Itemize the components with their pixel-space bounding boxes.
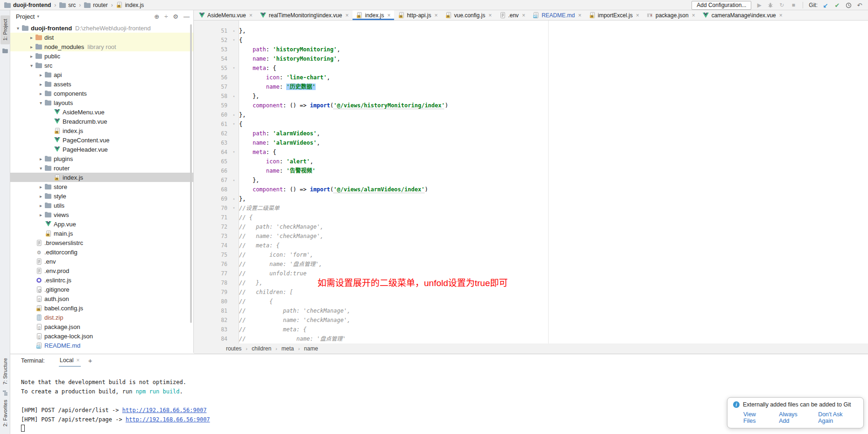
breadcrumb-item[interactable]: routes bbox=[226, 345, 241, 352]
chevron-icon[interactable]: ▸ bbox=[28, 54, 35, 59]
tree-row[interactable]: ▸.eslintrc.js bbox=[10, 275, 193, 285]
chevron-icon[interactable]: ▸ bbox=[37, 184, 45, 189]
tree-scrollbar[interactable] bbox=[190, 24, 192, 323]
tree-row[interactable]: ▸JSbabel.config.js bbox=[10, 303, 193, 313]
chevron-icon[interactable]: ▾ bbox=[14, 26, 22, 31]
close-icon[interactable]: × bbox=[692, 12, 695, 19]
hide-panel-icon[interactable]: — bbox=[183, 14, 190, 20]
tree-row[interactable]: ▸style bbox=[10, 191, 193, 201]
tree-row[interactable]: ▸MDREADME.md bbox=[10, 341, 193, 350]
close-icon[interactable]: × bbox=[578, 12, 581, 19]
chevron-icon[interactable]: ▸ bbox=[37, 156, 45, 161]
tree-row[interactable]: ▸{}package-lock.json bbox=[10, 331, 193, 341]
collapse-all-icon[interactable]: ÷ bbox=[164, 14, 168, 20]
tree-row[interactable]: ▸{}package.json bbox=[10, 322, 193, 331]
tree-row[interactable]: ▸.gitignore bbox=[10, 285, 193, 294]
editor-tab[interactable]: package.json× bbox=[643, 10, 699, 20]
close-icon[interactable]: × bbox=[522, 12, 525, 19]
breadcrumb-item[interactable]: duoji-frontend bbox=[4, 2, 51, 8]
coverage-icon[interactable]: ↻ bbox=[778, 2, 785, 8]
close-icon[interactable]: × bbox=[249, 12, 253, 19]
debug-icon[interactable] bbox=[767, 2, 774, 8]
gear-icon[interactable]: ⚙ bbox=[173, 14, 178, 20]
locate-file-icon[interactable]: ⊕ bbox=[154, 14, 159, 20]
fold-icon[interactable]: ▴ bbox=[230, 26, 238, 35]
tree-row[interactable]: ▸dist.zip bbox=[10, 313, 193, 322]
chevron-icon[interactable]: ▸ bbox=[37, 72, 45, 77]
terminal-link[interactable]: http://192.168.66.56:9007 bbox=[122, 407, 207, 413]
editor-tab[interactable]: MDREADME.md× bbox=[529, 10, 585, 20]
fold-icon[interactable]: ▾ bbox=[230, 63, 238, 73]
project-tool-button[interactable]: 1: Project bbox=[0, 15, 10, 44]
tree-row[interactable]: ▾src bbox=[10, 61, 193, 70]
notification-action[interactable]: View Files bbox=[743, 411, 769, 424]
terminal-tab-local[interactable]: Local × bbox=[59, 354, 81, 367]
editor-tab[interactable]: JSindex.js× bbox=[353, 10, 395, 20]
tree-row[interactable]: ▸dist bbox=[10, 33, 193, 42]
breadcrumb-item[interactable]: name bbox=[304, 345, 318, 352]
fold-icon[interactable]: ▾ bbox=[230, 147, 238, 157]
project-folder-icon[interactable] bbox=[2, 48, 8, 54]
chevron-icon[interactable]: ▾ bbox=[37, 100, 45, 105]
tree-row[interactable]: ▸store bbox=[10, 182, 193, 191]
tree-row[interactable]: ▸api bbox=[10, 70, 193, 79]
close-icon[interactable]: × bbox=[387, 12, 390, 19]
tree-row[interactable]: ▸plugins bbox=[10, 154, 193, 163]
close-icon[interactable]: × bbox=[779, 12, 783, 19]
terminal-link[interactable]: http://192.168.66.56:9007 bbox=[126, 416, 210, 423]
fold-icon[interactable]: ▴ bbox=[230, 194, 238, 203]
new-terminal-icon[interactable]: + bbox=[88, 357, 92, 364]
tree-row[interactable]: ▸⚙.editorconfig bbox=[10, 247, 193, 257]
tree-row[interactable]: ▸AsideMenu.vue bbox=[10, 107, 193, 117]
breadcrumb-item[interactable]: children bbox=[252, 345, 271, 352]
tree-row[interactable]: ▸components bbox=[10, 89, 193, 98]
breadcrumb-item[interactable]: router bbox=[84, 2, 107, 8]
fold-icon[interactable]: ▾ bbox=[230, 119, 238, 129]
fold-icon[interactable]: ▴ bbox=[230, 110, 238, 119]
close-icon[interactable]: × bbox=[77, 357, 80, 364]
chevron-icon[interactable]: ▾ bbox=[37, 166, 45, 171]
tree-row[interactable]: ▸.browserslistrc bbox=[10, 238, 193, 247]
editor-tab[interactable]: JShttp-api.js× bbox=[394, 10, 441, 20]
tree-row[interactable]: ▸views bbox=[10, 210, 193, 219]
fold-icon[interactable]: ▾ bbox=[230, 35, 238, 45]
tree-row[interactable]: ▸JSindex.js bbox=[10, 126, 193, 135]
tree-row[interactable]: ▾router bbox=[10, 163, 193, 173]
editor-tab[interactable]: JSimportExcel.js× bbox=[585, 10, 643, 20]
tree-row[interactable]: ▸JSmain.js bbox=[10, 229, 193, 238]
tree-row[interactable]: ▾layouts bbox=[10, 98, 193, 107]
tree-row[interactable]: ▸App.vue bbox=[10, 219, 193, 229]
favorites-tool-button[interactable]: 2: Favorites bbox=[0, 394, 10, 432]
fold-icon[interactable]: ▴ bbox=[230, 91, 238, 101]
fold-icon[interactable]: ▴ bbox=[230, 175, 238, 185]
editor-tab[interactable]: cameraManage\index.vue× bbox=[699, 10, 786, 20]
notification-action[interactable]: Don't Ask Again bbox=[818, 411, 858, 424]
project-panel-title[interactable]: Project bbox=[16, 13, 35, 20]
editor-tab[interactable]: JSvue.config.js× bbox=[441, 10, 495, 20]
run-icon[interactable]: ▶ bbox=[755, 2, 763, 8]
tree-row[interactable]: ▸utils bbox=[10, 201, 193, 210]
breadcrumb-item[interactable]: meta bbox=[282, 345, 294, 352]
tree-row[interactable]: ▸.env bbox=[10, 257, 193, 266]
chevron-down-icon[interactable]: ▾ bbox=[37, 14, 39, 19]
tree-row[interactable]: ▸Breadcrumb.vue bbox=[10, 117, 193, 126]
fold-icon[interactable]: ▾ bbox=[230, 203, 238, 213]
editor-tab[interactable]: realTimeMonitoring\index.vue× bbox=[256, 10, 353, 20]
chevron-icon[interactable]: ▸ bbox=[37, 194, 45, 199]
add-configuration-button[interactable]: Add Configuration... bbox=[692, 1, 751, 10]
tree-row[interactable]: ▾duoji-frontendD:\zheheWeb\duoji-fronten… bbox=[10, 23, 193, 33]
tree-row[interactable]: ▸PageHeader.vue bbox=[10, 145, 193, 154]
git-rollback-icon[interactable]: ↶ bbox=[856, 2, 863, 9]
breadcrumb-item[interactable]: src bbox=[59, 2, 76, 8]
close-icon[interactable]: × bbox=[434, 12, 438, 19]
chevron-icon[interactable]: ▸ bbox=[28, 44, 35, 49]
editor-tab[interactable]: .env× bbox=[495, 10, 529, 20]
close-icon[interactable]: × bbox=[488, 12, 492, 19]
editor-tab[interactable]: AsideMenu.vue× bbox=[195, 10, 256, 20]
breadcrumb-item[interactable]: JSindex.js bbox=[116, 2, 144, 8]
stop-icon[interactable]: ■ bbox=[790, 2, 797, 8]
tree-row[interactable]: ▸public bbox=[10, 51, 193, 61]
notification-action[interactable]: Always Add bbox=[779, 411, 808, 424]
code-editor[interactable]: 51▴},52▾{53 path: 'historyMonitoring',54… bbox=[194, 21, 868, 343]
structure-tool-button[interactable]: 7: Structure bbox=[0, 355, 10, 388]
